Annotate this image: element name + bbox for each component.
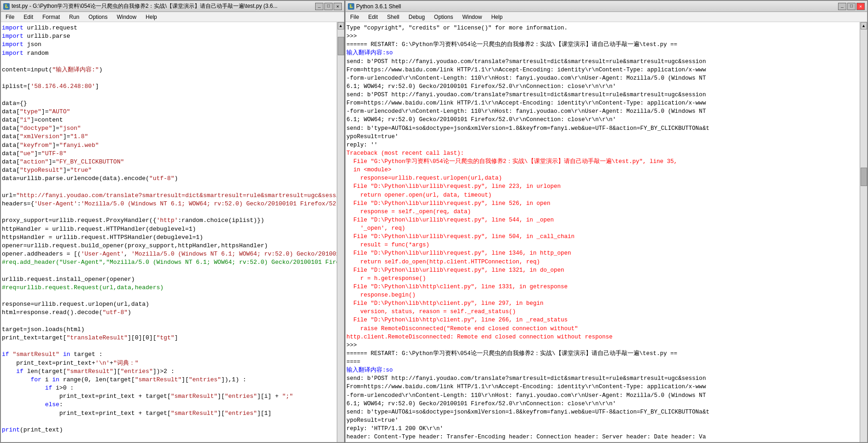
code-line: data["action"]="FY_BY_CLICKBUTTON" xyxy=(2,158,336,166)
scrollbar-up-arrow[interactable]: ▲ xyxy=(338,22,344,29)
code-line: else: xyxy=(2,401,336,409)
code-line: for i in range(0, len(target["smartResul… xyxy=(2,376,336,384)
output-type2: send: b'type=AUTO&i=so&doctype=json&xmlV… xyxy=(346,408,859,416)
code-line: html=response.read().decode("utf-8") xyxy=(2,309,336,317)
shell-menu-options[interactable]: Options xyxy=(431,13,456,21)
output-func: result = func(*args) xyxy=(346,241,859,249)
maximize-button[interactable]: □ xyxy=(324,3,333,10)
output-send1: send: b'POST http://fanyi.youdao.com/tra… xyxy=(346,58,859,66)
shell-menu-debug[interactable]: Debug xyxy=(406,13,428,21)
output-remote-disconnected: http.client.RemoteDisconnected: Remote e… xyxy=(346,333,859,341)
output-from1: From=https://www.baidu.com/link HTTP/1.1… xyxy=(346,66,859,74)
code-line: urllib.request.install_opener(opener) xyxy=(2,275,336,284)
shell-menu-window[interactable]: Window xyxy=(459,13,485,21)
output-send2: send: b'POST http://fanyi.youdao.com/tra… xyxy=(346,91,859,99)
output-file7: File "D:\Python\lib\urllib\request.py", … xyxy=(346,266,859,274)
shell-window: 🐍 Python 3.6.1 Shell _ □ ✕ File Edit She… xyxy=(345,0,868,443)
code-line: data={} xyxy=(2,99,336,108)
shell-area[interactable]: Type "copyright", "credits" or "license(… xyxy=(346,22,867,442)
minimize-button[interactable]: _ xyxy=(315,3,323,10)
output-file2: File "D:\Python\lib\urllib\request.py", … xyxy=(346,182,859,191)
shell-output[interactable]: Type "copyright", "credits" or "license(… xyxy=(346,22,860,442)
output-begin: response.begin() xyxy=(346,291,859,299)
editor-scrollbar[interactable]: ▲ xyxy=(337,22,344,442)
menu-file[interactable]: File xyxy=(3,13,17,21)
output-agent1: 6.1; WOW64; rv:52.0) Gecko/20100101 Fire… xyxy=(346,82,859,91)
shell-menu-shell[interactable]: Shell xyxy=(384,13,402,21)
code-line: if i>0 : xyxy=(2,384,336,392)
output-file1: File "G:\Python学习资料\054论一只爬虫的自我修养2：实战\【课… xyxy=(346,157,859,166)
shell-menu-help[interactable]: Help xyxy=(488,13,505,21)
scrollbar-thumb[interactable] xyxy=(338,37,344,55)
code-line: print_text=print_text + target["smartRes… xyxy=(2,409,336,418)
code-line: response=urllib.request.urlopen(url,data… xyxy=(2,300,336,309)
code-line: url="http://fanyi.youdao.com/translate?s… xyxy=(2,192,336,200)
output-response: response=urllib.request.urlopen(url,data… xyxy=(346,174,859,182)
code-line: import random xyxy=(2,49,336,58)
shell-minimize-button[interactable]: _ xyxy=(838,3,846,10)
code-line: print(print_text) xyxy=(2,426,336,434)
code-line xyxy=(2,91,336,99)
output-reply-ok: reply: 'HTTP/1.1 200 OK\r\n' xyxy=(346,425,859,433)
code-line: if len(target["smartResult"]["entries"])… xyxy=(2,367,336,376)
code-line: import urllib.parse xyxy=(2,32,336,41)
code-line xyxy=(2,208,336,216)
code-line xyxy=(2,317,336,326)
output-form1: -form-urlencoded\r\nContent-Length: 110\… xyxy=(346,74,859,82)
code-line: data["doctype"]="json" xyxy=(2,124,336,133)
menu-edit[interactable]: Edit xyxy=(21,13,36,21)
output-type: send: b'type=AUTO&i=so&doctype=json&xmlV… xyxy=(346,124,859,133)
output-restart2: ====== RESTART: G:\Python学习资料\054论一只爬虫的自… xyxy=(346,350,859,358)
code-line: data["ue"]="UTF-8" xyxy=(2,150,336,158)
code-line: if "smartResult" in target : xyxy=(2,350,336,359)
shell-menu-file[interactable]: File xyxy=(347,13,362,21)
output-user-input: 输入翻译内容:so xyxy=(346,49,859,57)
menu-window[interactable]: Window xyxy=(114,13,139,21)
code-line: import urllib.request xyxy=(2,24,336,32)
shell-scrollbar-thumb[interactable] xyxy=(861,168,867,186)
code-line: print_text=print_text + target["smartRes… xyxy=(2,392,336,401)
output-agent3: 6.1; WOW64; rv:52.0) Gecko/20100101 Fire… xyxy=(346,400,859,408)
output-raise: raise RemoteDisconnected("Remote end clo… xyxy=(346,325,859,333)
code-line: iplist=['58.176.46.248:80'] xyxy=(2,82,336,91)
shell-maximize-button[interactable]: □ xyxy=(847,3,856,10)
code-line xyxy=(2,183,336,192)
close-button[interactable]: ✕ xyxy=(334,3,342,10)
shell-menu-edit[interactable]: Edit xyxy=(365,13,381,21)
menu-options[interactable]: Options xyxy=(86,13,110,21)
output-module: in <module> xyxy=(346,166,859,174)
output-traceback: Traceback (most recent call last): xyxy=(346,149,859,157)
code-line: content=input("输入翻译内容:") xyxy=(2,66,336,74)
output-file3: File "D:\Python\lib\urllib\request.py", … xyxy=(346,199,859,208)
code-line: data["keyfrom"]="fanyi.web" xyxy=(2,141,336,150)
output-from2: From=https://www.baidu.com/link HTTP/1.1… xyxy=(346,99,859,107)
shell-scrollbar-up[interactable]: ▲ xyxy=(861,22,867,29)
shell-title-bar: 🐍 Python 3.6.1 Shell _ □ ✕ xyxy=(346,1,867,12)
code-content[interactable]: import urllib.request import urllib.pars… xyxy=(1,22,337,442)
shell-scrollbar[interactable]: ▲ xyxy=(860,22,867,442)
code-line xyxy=(2,58,336,66)
output-read-status: version, status, reason = self._read_sta… xyxy=(346,308,859,316)
code-line: #req.add_header("User-Agent","Mozilla/5.… xyxy=(2,258,336,267)
menu-help[interactable]: Help xyxy=(143,13,160,21)
output-file6: File "D:\Python\lib\urllib\request.py", … xyxy=(346,249,859,257)
output-getresponse: r = h.getresponse() xyxy=(346,274,859,283)
code-line: data=urllib.parse.urlencode(data).encode… xyxy=(2,175,336,183)
code-line xyxy=(2,342,336,350)
code-line xyxy=(2,418,336,426)
code-line: target=json.loads(html) xyxy=(2,326,336,334)
python-shell-icon: 🐍 xyxy=(348,3,354,10)
code-line: proxy_support=urllib.request.ProxyHandle… xyxy=(2,216,336,225)
output-from3: From=https://www.baidu.com/link HTTP/1.1… xyxy=(346,383,859,391)
menu-run[interactable]: Run xyxy=(66,13,82,21)
output-file5: File "D:\Python\lib\urllib\request.py", … xyxy=(346,233,859,241)
output-reply-empty: reply: '' xyxy=(346,141,859,149)
shell-close-button[interactable]: ✕ xyxy=(856,3,865,10)
menu-format[interactable]: Format xyxy=(40,13,63,21)
code-line: import json xyxy=(2,41,336,49)
output-send3: send: b'POST http://fanyi.youdao.com/tra… xyxy=(346,374,859,383)
editor-window: 🐍 test.py - G:\Python学习资料\054论一只爬虫的自我修养2… xyxy=(0,0,345,443)
code-line: data["xmlVersion"]="1.8" xyxy=(2,133,336,141)
editor-title-bar: 🐍 test.py - G:\Python学习资料\054论一只爬虫的自我修养2… xyxy=(1,1,344,12)
editor-area[interactable]: import urllib.request import urllib.pars… xyxy=(1,22,344,442)
